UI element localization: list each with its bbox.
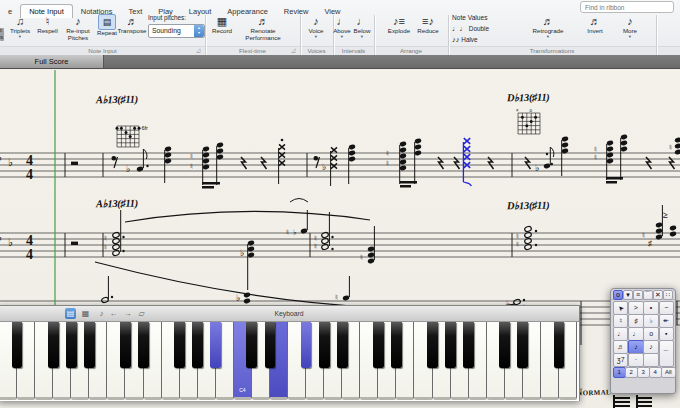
whole-note-button[interactable]: o (643, 327, 658, 341)
voice-1-button[interactable]: 1 (613, 367, 626, 378)
breve-button[interactable]: ▪ (659, 327, 674, 341)
black-key[interactable] (210, 322, 221, 368)
selected-note[interactable] (463, 138, 471, 186)
rest-button[interactable]: ʒ7 (613, 353, 628, 367)
voice-2-button[interactable]: 2 (625, 367, 638, 378)
technique-text[interactable]: Normal (575, 385, 611, 397)
dropdown-arrow-icon[interactable]: ▾ (332, 35, 352, 39)
ribbon-search-input[interactable] (580, 1, 674, 13)
chord-symbol[interactable]: D♭13(♯11) (507, 91, 550, 104)
keypad-tab-jazz-articulations[interactable]: ✕ (653, 290, 663, 300)
tie-button[interactable]: ⌒ (659, 340, 674, 367)
chord-symbol[interactable]: A♭13(♯11) (96, 197, 138, 210)
dropdown-arrow-icon[interactable]: ▾ (6, 35, 34, 39)
above-button[interactable]: ♩Above▾ (332, 14, 352, 46)
half-note-button[interactable]: ♩ (628, 327, 643, 341)
transpose-button[interactable]: ♬Transpose (117, 14, 147, 46)
dotted-note-button[interactable]: ♪ (643, 340, 658, 354)
keyboard-panel: Keyboard ▤▦♪←→▱ C4 (0, 305, 580, 401)
stepper-icon[interactable]: ▴▾ (194, 25, 204, 37)
flat-button[interactable]: ♭ (643, 314, 658, 328)
black-key[interactable] (391, 322, 402, 368)
eighth-note-button[interactable]: ♪ (628, 340, 643, 354)
black-key[interactable] (499, 322, 510, 368)
chord-symbol[interactable]: A♭13(♯11) (96, 93, 138, 106)
black-key[interactable] (66, 322, 77, 368)
black-key[interactable] (319, 322, 330, 368)
black-key[interactable] (373, 322, 384, 368)
octave-up-button[interactable]: → (122, 308, 133, 319)
quarter-note-button[interactable]: ♩ (613, 327, 628, 341)
black-key[interactable] (265, 322, 276, 368)
black-key[interactable] (120, 322, 131, 368)
octave-down-button[interactable]: ← (108, 308, 119, 319)
blank-button[interactable] (643, 353, 658, 367)
dialog-launcher-icon[interactable]: ◿ (196, 47, 200, 53)
staccato-button[interactable]: • (643, 301, 658, 315)
black-key[interactable] (246, 322, 257, 368)
qwerty-keyboard-icon[interactable]: ▦ (80, 308, 91, 319)
guitar-frame-2[interactable]: ×o (516, 108, 540, 135)
double-accidental-button[interactable]: ↞ (659, 314, 674, 328)
dropdown-arrow-icon[interactable]: ▾ (616, 35, 644, 39)
double-note-values-button[interactable]: ♩♩ Double (452, 23, 516, 34)
cursor-button[interactable]: ➤ (613, 301, 628, 315)
black-key[interactable] (463, 322, 474, 368)
black-key[interactable] (554, 322, 565, 368)
voice-all-button[interactable]: All (661, 367, 676, 378)
voice-button[interactable]: ♪Voice▾ (303, 14, 329, 46)
black-key[interactable] (138, 322, 149, 368)
black-key[interactable] (48, 322, 59, 368)
sixteenth-note-button[interactable]: ♬ (613, 340, 628, 354)
black-key[interactable] (445, 322, 456, 368)
tenuto-button[interactable]: − (659, 301, 674, 315)
keypad-tab-common-notes[interactable]: o (613, 290, 623, 300)
black-key[interactable] (174, 322, 185, 368)
reduce-button[interactable]: ≡♪Reduce (415, 14, 441, 46)
keypad-panel: Keypad o▾≡⌒✕∷➤>•−♮♯♭↞♩♩o▪♬♪♪⌒ʒ7·1234All (610, 288, 676, 394)
below-button[interactable]: ♩Below▾ (352, 14, 372, 46)
note-input-mode-button[interactable]: ▤ (65, 308, 76, 319)
voice-3-button[interactable]: 3 (637, 367, 650, 378)
re-input-pitches-button[interactable]: ♪Re-input Pitches (61, 14, 95, 46)
repeat-button[interactable]: ▤Repeat (95, 14, 119, 46)
black-key[interactable] (84, 322, 95, 368)
more-button[interactable]: ♪More▾ (616, 14, 644, 46)
dropdown-arrow-icon[interactable]: ▾ (352, 35, 372, 39)
rhythm-dot-button[interactable]: · (628, 353, 643, 367)
guitar-frame-1[interactable]: 6fr (116, 125, 149, 147)
black-key[interactable] (192, 322, 203, 368)
renotate-performance-button[interactable]: ♬Renotate Performance (237, 14, 289, 46)
black-key[interactable] (517, 322, 528, 368)
triplets-button[interactable]: ♫Triplets▾ (6, 14, 34, 46)
eighth-note-icon[interactable]: ♪ (96, 308, 107, 319)
time-signature[interactable]: 4 4 4 4 (26, 153, 33, 262)
pedal-icon[interactable]: ▱ (136, 308, 147, 319)
natural-button[interactable]: ♮ (613, 314, 628, 328)
keypad-tab-articulations[interactable]: ⌒ (643, 290, 653, 300)
keypad-tab-more-notes[interactable]: ▾ (623, 290, 633, 300)
dropdown-arrow-icon[interactable]: ▾ (303, 35, 329, 39)
respell-button[interactable]: ♮Respell (34, 14, 61, 46)
keypad-tab-beams-tremolos[interactable]: ≡ (633, 290, 643, 300)
black-key[interactable] (337, 322, 348, 368)
ribbon-tab-row: eNote InputNotationsTextPlayLayoutAppear… (0, 0, 349, 13)
keypad-tab-accidentals[interactable]: ∷ (663, 290, 673, 300)
keyboard-panel-titlebar[interactable]: Keyboard ▤▦♪←→▱ (0, 306, 579, 322)
record-button[interactable]: ▦Record (209, 14, 235, 46)
explode-button[interactable]: ♪≡Explode (385, 14, 413, 46)
retrograde-button[interactable]: ♬Retrograde▾ (528, 14, 568, 46)
black-key[interactable] (427, 322, 438, 368)
sharp-button[interactable]: ♯ (628, 314, 643, 328)
black-key[interactable] (12, 322, 23, 368)
document-tab-full-score[interactable]: Full Score (0, 55, 104, 68)
black-key[interactable] (301, 322, 312, 368)
voice-4-button[interactable]: 4 (649, 367, 662, 378)
dropdown-arrow-icon[interactable]: ▾ (528, 35, 568, 39)
dialog-launcher-icon[interactable]: ◿ (291, 47, 295, 53)
halve-note-values-button[interactable]: ♪♪ Halve (452, 34, 516, 45)
input-pitches-dropdown[interactable]: Sounding ▴▾ (148, 24, 205, 38)
accent-button[interactable]: > (628, 301, 643, 315)
invert-button[interactable]: ♬Invert (580, 14, 610, 46)
chord-symbol[interactable]: D♭13(♯11) (507, 199, 550, 212)
